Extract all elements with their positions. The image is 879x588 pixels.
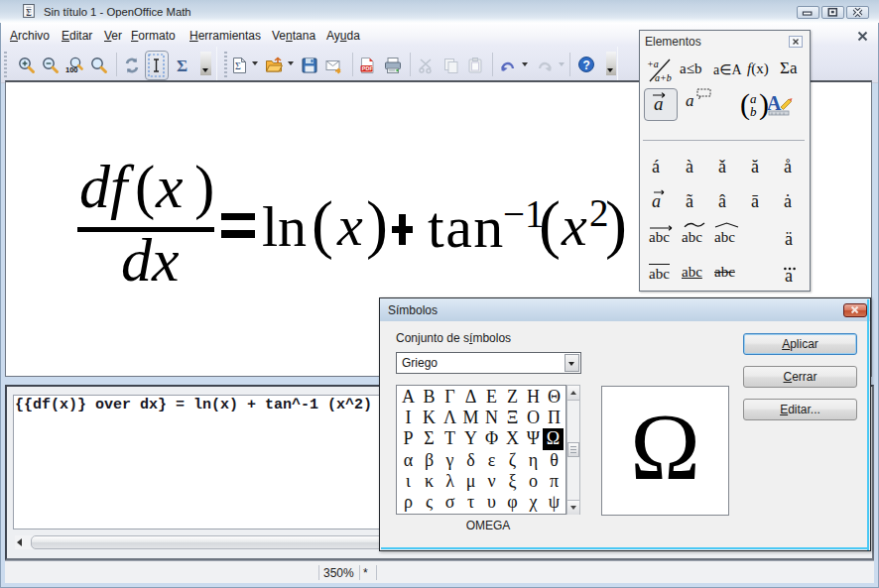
svg-text:Σ: Σ <box>177 57 188 74</box>
svg-text:b: b <box>750 104 757 119</box>
svg-text:(: ( <box>740 90 750 120</box>
svg-text:Σ: Σ <box>26 7 32 18</box>
svg-text:?: ? <box>583 59 590 72</box>
svg-text:Σ: Σ <box>235 60 241 71</box>
svg-text:PDF: PDF <box>362 65 374 71</box>
svg-text:100: 100 <box>65 65 78 74</box>
svg-text:+a: +a <box>647 59 659 69</box>
svg-text:a+b: a+b <box>655 72 672 83</box>
